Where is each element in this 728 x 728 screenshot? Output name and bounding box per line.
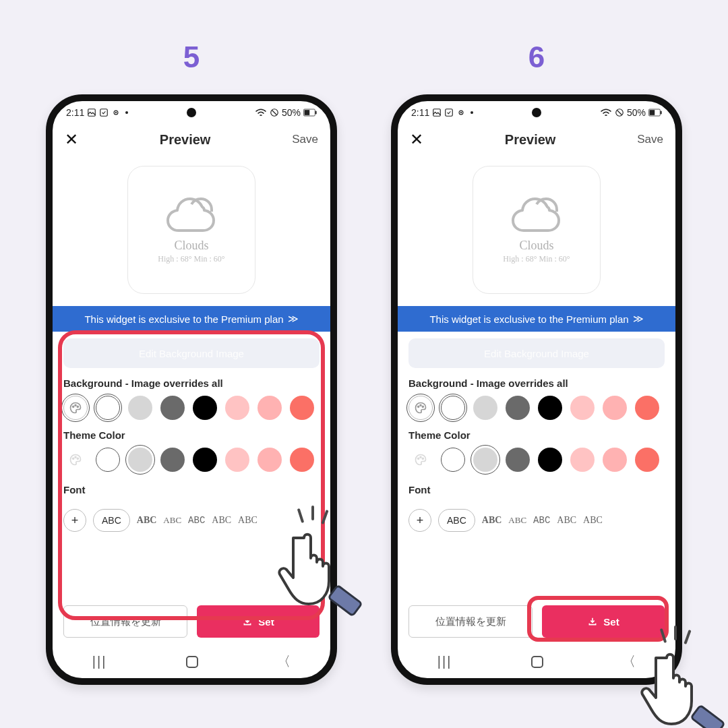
status-dot <box>125 111 128 114</box>
set-button[interactable]: Set <box>542 605 665 638</box>
font-sample-3[interactable]: ABC <box>188 515 205 526</box>
home-icon[interactable] <box>531 656 543 668</box>
font-sample-4[interactable]: ABC <box>557 515 576 526</box>
theme-swatch-coral[interactable] <box>635 448 659 472</box>
theme-swatch-gray[interactable] <box>506 448 530 472</box>
svg-point-27 <box>422 458 423 459</box>
bg-swatch-pink2[interactable] <box>603 396 627 420</box>
font-pill-abc[interactable]: ABC <box>438 509 475 532</box>
theme-swatch-light[interactable] <box>128 448 152 472</box>
theme-swatch-pink1[interactable] <box>570 448 595 472</box>
theme-swatch-gray[interactable] <box>160 448 185 472</box>
add-font-button[interactable]: + <box>63 509 86 532</box>
bg-swatch-gray[interactable] <box>506 396 530 420</box>
svg-point-9 <box>75 404 76 406</box>
theme-section: Theme Color <box>398 429 675 472</box>
font-pill-abc[interactable]: ABC <box>93 509 130 532</box>
font-sample-5[interactable]: ABC <box>583 515 603 526</box>
battery-text: 50% <box>627 107 646 118</box>
theme-swatch-white[interactable] <box>96 448 120 472</box>
bg-color-picker[interactable] <box>408 396 433 420</box>
back-icon[interactable]: 〈 <box>277 653 291 671</box>
theme-swatch-black[interactable] <box>538 448 562 472</box>
update-location-button[interactable]: 位置情報を更新 <box>63 605 187 638</box>
chevrons-right-icon: ≫ <box>288 313 299 325</box>
target-icon <box>456 108 466 117</box>
bg-color-picker[interactable] <box>63 396 88 420</box>
app-header: ✕ Preview Save <box>53 124 330 155</box>
chevrons-right-icon: ≫ <box>633 313 644 325</box>
close-icon[interactable]: ✕ <box>410 130 423 149</box>
palette-icon <box>414 401 427 415</box>
premium-banner[interactable]: This widget is exclusive to the Premium … <box>53 306 330 332</box>
premium-banner[interactable]: This widget is exclusive to the Premium … <box>398 306 675 332</box>
background-title: Background - Image overrides all <box>408 377 665 389</box>
cloud-icon <box>164 195 218 233</box>
svg-point-25 <box>418 458 419 459</box>
theme-swatch-black[interactable] <box>193 448 217 472</box>
theme-color-picker[interactable] <box>408 448 433 472</box>
android-nav: ||| 〈 <box>53 644 330 678</box>
edit-background-button[interactable]: Edit Background Image <box>63 338 320 368</box>
check-shield-icon <box>444 108 454 117</box>
bg-swatch-coral[interactable] <box>290 396 314 420</box>
widget-preview: Clouds High : 68° Min : 60° <box>127 166 255 294</box>
bg-swatch-black[interactable] <box>193 396 217 420</box>
svg-point-24 <box>422 406 423 407</box>
bg-swatch-gray[interactable] <box>160 396 185 420</box>
font-sample-1[interactable]: ABC <box>137 515 157 526</box>
bg-swatch-pink1[interactable] <box>570 396 595 420</box>
set-button[interactable]: Set <box>197 605 320 638</box>
theme-swatch-pink2[interactable] <box>257 448 282 472</box>
theme-swatch-white[interactable] <box>441 448 465 472</box>
bg-swatch-white[interactable] <box>441 396 465 420</box>
battery-text: 50% <box>282 107 301 118</box>
svg-point-11 <box>73 458 74 459</box>
back-icon[interactable]: 〈 <box>622 653 636 671</box>
save-button[interactable]: Save <box>292 133 318 146</box>
edit-background-button[interactable]: Edit Background Image <box>408 338 665 368</box>
theme-swatch-coral[interactable] <box>290 448 314 472</box>
app-header: ✕ Preview Save <box>398 124 675 155</box>
bg-swatch-coral[interactable] <box>635 396 659 420</box>
font-sample-5[interactable]: ABC <box>238 515 257 526</box>
close-icon[interactable]: ✕ <box>65 130 78 149</box>
recents-icon[interactable]: ||| <box>437 654 452 669</box>
no-sim-icon <box>270 108 279 117</box>
svg-rect-20 <box>650 110 655 115</box>
bg-swatch-pink1[interactable] <box>225 396 249 420</box>
bg-swatch-light[interactable] <box>473 396 497 420</box>
add-font-button[interactable]: + <box>408 509 431 532</box>
no-sim-icon <box>615 108 624 117</box>
theme-swatch-pink1[interactable] <box>225 448 249 472</box>
theme-swatch-light[interactable] <box>473 448 497 472</box>
font-sample-3[interactable]: ABC <box>533 515 550 526</box>
download-icon <box>242 616 253 627</box>
recents-icon[interactable]: ||| <box>92 654 107 669</box>
theme-swatch-pink2[interactable] <box>603 448 627 472</box>
bg-swatch-black[interactable] <box>538 396 562 420</box>
bg-swatch-white[interactable] <box>96 396 120 420</box>
svg-rect-7 <box>315 111 317 115</box>
font-sample-1[interactable]: ABC <box>482 515 502 526</box>
font-sample-4[interactable]: ABC <box>212 515 231 526</box>
font-sample-2[interactable]: ABC <box>508 515 526 526</box>
status-dot <box>471 111 473 114</box>
theme-color-picker[interactable] <box>63 448 88 472</box>
font-section: Font <box>53 484 330 502</box>
widget-preview: Clouds High : 68° Min : 60° <box>473 166 601 294</box>
palette-icon <box>69 401 82 415</box>
preview-label: Clouds <box>174 239 208 253</box>
save-button[interactable]: Save <box>637 133 663 146</box>
bg-swatch-light[interactable] <box>128 396 152 420</box>
camera-notch <box>532 108 541 117</box>
svg-point-3 <box>116 112 117 113</box>
font-sample-2[interactable]: ABC <box>163 515 181 526</box>
svg-point-13 <box>77 458 78 459</box>
camera-notch <box>187 108 196 117</box>
update-location-button[interactable]: 位置情報を更新 <box>408 605 533 638</box>
bg-swatch-pink2[interactable] <box>257 396 282 420</box>
background-title: Background - Image overrides all <box>63 377 320 389</box>
svg-point-8 <box>73 406 74 407</box>
home-icon[interactable] <box>186 656 198 668</box>
